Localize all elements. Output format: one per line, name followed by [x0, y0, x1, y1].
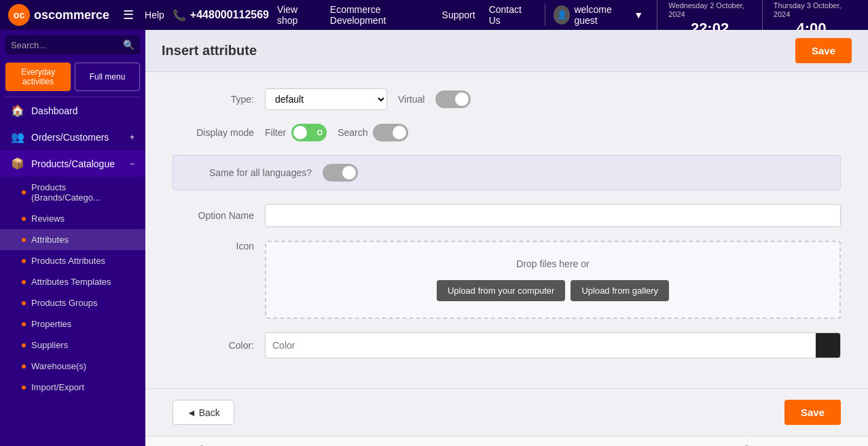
dot-icon [22, 343, 26, 347]
page-footer: Copyright © 2005 – 2024 osCommerce Ltd o… [145, 436, 868, 446]
form-area: Type: default Virtual O Display mode Fil… [145, 72, 868, 388]
toggle-off-label: O [317, 128, 323, 137]
color-row: Color: [173, 332, 841, 358]
sidebar-subitem-import-export[interactable]: Import/Export [0, 377, 145, 398]
logo-text: oscommerce [34, 8, 109, 22]
dot-icon [22, 217, 26, 221]
sidebar-subitem-label: Products Attributes [31, 256, 105, 266]
toggle-off-label: O [461, 95, 467, 103]
upload-buttons: Upload from your computer Upload from ga… [283, 280, 823, 301]
dot-icon [22, 385, 26, 390]
upload-computer-button[interactable]: Upload from your computer [437, 280, 566, 301]
same-lang-toggle[interactable]: O [323, 164, 358, 182]
icon-upload-area[interactable]: Drop files here or Upload from your comp… [265, 241, 841, 319]
same-lang-label: Same for all languages? [189, 167, 312, 178]
sidebar-subitem-label: Reviews [31, 213, 65, 224]
icon-label: Icon [173, 241, 254, 252]
sidebar-item-products[interactable]: 📦 Products/Catalogue − [0, 150, 145, 177]
type-select[interactable]: default [265, 88, 387, 110]
dot-icon [22, 301, 26, 305]
avatar: 👤 [554, 5, 571, 24]
dot-icon [22, 364, 26, 368]
search-input[interactable] [11, 40, 119, 50]
color-swatch[interactable] [816, 333, 840, 358]
drop-text: Drop files here or [283, 258, 823, 269]
icon-row: Icon Drop files here or Upload from your… [173, 241, 841, 319]
everyday-activities-button[interactable]: Everyday activities [5, 63, 71, 91]
sidebar-search[interactable]: 🔍 [5, 35, 140, 54]
sidebar-subitem-reviews[interactable]: Reviews [0, 208, 145, 229]
phone-number: 📞 +448000112569 [173, 9, 269, 22]
sidebar-subitem-label: Properties [31, 319, 71, 329]
phone-icon: 📞 [173, 9, 186, 22]
expand-icon: − [130, 159, 134, 169]
logo-icon: oc [8, 4, 30, 26]
display-mode-row: Display mode Filter O Search O [173, 124, 841, 141]
search-group: Search O [338, 124, 408, 141]
filter-label: Filter [265, 127, 286, 138]
sidebar-subitem-label: Warehouse(s) [31, 361, 86, 371]
dot-icon [22, 259, 26, 263]
logo[interactable]: oc oscommerce [8, 4, 109, 26]
virtual-label: Virtual [398, 94, 424, 105]
quick-buttons: Everyday activities Full menu [0, 60, 145, 97]
type-label: Type: [173, 94, 254, 105]
username: welcome guest [574, 4, 630, 26]
sidebar-subitem-warehouse[interactable]: Warehouse(s) [0, 356, 145, 377]
sidebar-subitem-properties[interactable]: Properties [0, 313, 145, 334]
sidebar-item-label: Dashboard [31, 105, 78, 116]
support-link[interactable]: Support [442, 10, 475, 20]
view-shop-link[interactable]: View shop [277, 4, 317, 26]
save-button-top[interactable]: Save [795, 38, 852, 63]
orders-icon: 👥 [11, 131, 24, 143]
sidebar-subitem-products-attributes[interactable]: Products Attributes [0, 250, 145, 271]
dashboard-icon: 🏠 [11, 104, 24, 117]
expand-icon: + [130, 133, 134, 142]
products-icon: 📦 [11, 157, 24, 170]
hamburger-icon[interactable]: ☰ [123, 7, 134, 22]
search-label: Search [338, 127, 367, 138]
ecommerce-dev-link[interactable]: Ecommerce Development [330, 4, 429, 26]
option-name-label: Option Name [173, 210, 254, 221]
form-footer: ◄ Back Save [145, 388, 868, 436]
upload-gallery-button[interactable]: Upload from gallery [571, 280, 669, 301]
back-button[interactable]: ◄ Back [173, 400, 234, 425]
sidebar-subitem-attributes-templates[interactable]: Attributes Templates [0, 271, 145, 292]
sidebar-subitem-label: Attributes [31, 235, 69, 245]
full-menu-button[interactable]: Full menu [75, 63, 140, 91]
help-link[interactable]: Help [145, 10, 164, 20]
sidebar: 🔍 Everyday activities Full menu 🏠 Dashbo… [0, 30, 145, 446]
sidebar-item-dashboard[interactable]: 🏠 Dashboard [0, 97, 145, 124]
sidebar-subitem-products-groups[interactable]: Products Groups [0, 292, 145, 313]
option-name-row: Option Name [173, 204, 841, 227]
sidebar-subitem-products-brands[interactable]: Products (Brands/Catego... [0, 177, 145, 208]
chevron-down-icon: ▼ [634, 10, 643, 20]
filter-toggle[interactable]: O [291, 124, 327, 141]
sidebar-subitem-suppliers[interactable]: Suppliers [0, 334, 145, 356]
sidebar-item-orders[interactable]: 👥 Orders/Customers + [0, 124, 145, 150]
virtual-toggle[interactable]: O [435, 90, 471, 108]
user-menu[interactable]: 👤 welcome guest ▼ [545, 4, 643, 26]
search-toggle[interactable]: O [373, 124, 408, 141]
sidebar-subitem-label: Products Groups [31, 298, 98, 308]
dot-icon [22, 322, 26, 326]
sidebar-item-label: Products/Catalogue [31, 158, 115, 169]
color-input[interactable] [266, 334, 816, 356]
contact-link[interactable]: Contact Us [489, 4, 531, 26]
option-name-input[interactable] [265, 204, 841, 227]
dot-icon [22, 280, 26, 284]
dot-icon [22, 190, 26, 194]
toggle-knob [293, 126, 307, 139]
sidebar-subitem-label: Import/Export [31, 382, 84, 392]
display-mode-label: Display mode [173, 127, 254, 138]
color-label: Color: [173, 340, 254, 351]
sidebar-subitem-attributes[interactable]: Attributes [0, 229, 145, 250]
top-navigation: oc oscommerce ☰ Help 📞 +448000112569 Vie… [0, 0, 868, 30]
search-icon: 🔍 [123, 39, 134, 50]
color-input-wrapper [265, 332, 841, 358]
toggle-off-label: O [348, 169, 354, 177]
sidebar-subitem-label: Suppliers [31, 340, 68, 350]
filter-group: Filter O [265, 124, 327, 141]
content-area: Insert attribute Save Type: default Virt… [145, 30, 868, 446]
save-button-bottom[interactable]: Save [784, 400, 841, 425]
